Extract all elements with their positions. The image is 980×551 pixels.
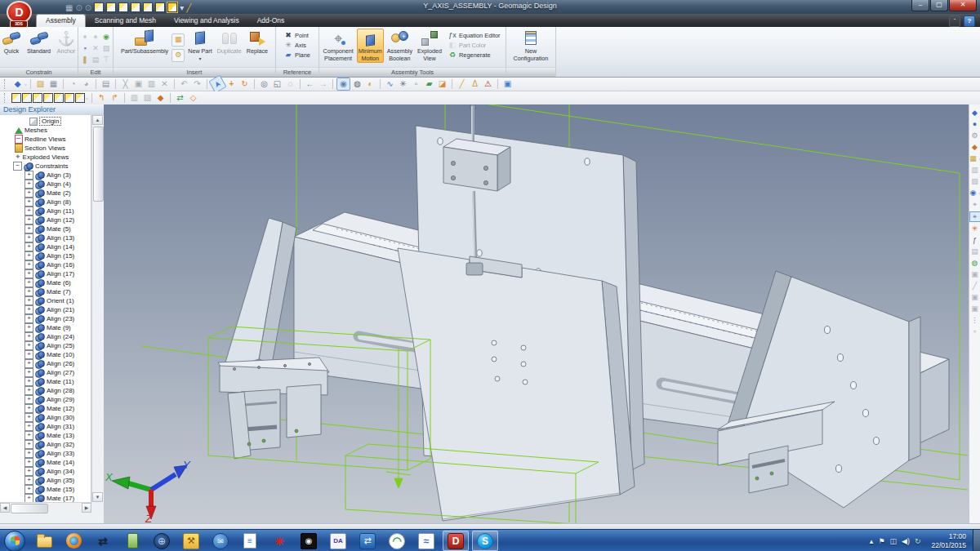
section-views-node[interactable]: Section Views [0,144,91,153]
align-12-node[interactable]: +Align (12) [0,216,91,224]
toolbar-grip[interactable] [4,93,7,103]
save-icon[interactable]: ▦ [47,78,60,90]
origin-node[interactable]: Origin [0,117,91,126]
mate-11-node[interactable]: +Mate (11) [0,377,91,386]
roll-right-icon[interactable]: ↱ [109,92,121,104]
roll-left-icon[interactable]: ↰ [96,92,108,104]
expand-icon[interactable]: + [24,368,33,377]
mate-12-node[interactable]: +Mate (12) [0,404,91,413]
align-15-node[interactable]: +Align (15) [0,251,91,260]
skype[interactable]: S [472,531,498,551]
file-transfer[interactable]: ⇄ [90,531,116,551]
minimum-motion-button[interactable]: Minimum Motion [357,29,384,63]
edit-tool-1-icon[interactable]: ● [80,32,90,42]
pattern[interactable]: ▦▾ [969,154,980,163]
mate-2-node[interactable]: +Mate (2) [0,189,91,198]
expand-icon[interactable]: + [24,332,33,341]
assembly-boolean-icon[interactable]: ◍ [970,259,980,268]
view-cube-right-icon[interactable] [54,93,64,103]
expand-icon[interactable]: + [24,413,33,422]
lighting-icon[interactable]: ◐ [364,78,376,90]
expand-icon[interactable]: + [24,216,33,224]
view-prev-icon[interactable]: ◔ [67,78,79,90]
work-plane-icon[interactable]: ▰ [423,78,435,90]
taskbar-clock[interactable]: 17:00 22/01/2015 [931,532,966,549]
expand-icon[interactable]: + [24,350,33,359]
pending-regen-icon[interactable]: ◇ [187,92,199,104]
select-icon[interactable]: ➤ [208,75,226,94]
view-current-icon[interactable] [167,2,177,12]
start-button[interactable] [2,531,28,551]
fasteners-icon[interactable]: ▥ [128,92,140,104]
undo-icon[interactable]: ↶ [178,78,190,90]
redo-icon[interactable]: ↷ [191,78,203,90]
expand-icon[interactable]: + [24,269,33,278]
expand-icon[interactable]: + [24,377,33,386]
thunderbird[interactable]: ✉ [207,531,234,551]
zoom-in-icon[interactable]: ◎ [258,78,270,90]
view-cube-left-icon[interactable] [43,93,53,103]
pattern-grid-icon[interactable]: ▦ [172,33,185,47]
redo-icon[interactable]: ⊙ [85,3,91,12]
align-14-node[interactable]: +Align (14) [0,242,91,251]
zoom-window-icon[interactable]: ◱ [271,78,283,90]
windows-update-icon[interactable]: ↻ [915,537,921,545]
expand-icon[interactable]: + [24,485,33,494]
previous-view-icon[interactable]: ← [304,78,316,90]
teamviewer[interactable]: ⇄ [354,531,381,551]
constrain[interactable]: ◉▾ [969,189,980,198]
align-35-node[interactable]: +Align (35) [0,476,91,485]
minimize-button[interactable]: – [911,0,929,11]
next-view-icon[interactable]: → [317,78,329,90]
align-25-node[interactable]: +Align (25) [0,341,91,350]
expand-icon[interactable]: + [24,395,33,404]
viewport-3d[interactable]: X Y Z [104,104,969,523]
expand-icon[interactable]: + [24,189,33,198]
edit-tool-9-icon[interactable]: ⊤ [101,55,111,65]
spline-icon[interactable]: ∿ [384,78,396,90]
insert-part[interactable]: ◆▾ [11,78,27,90]
expand-icon[interactable]: + [24,296,33,305]
help-icon[interactable]: ? [964,16,975,27]
mate-10-node[interactable]: +Mate (10) [0,350,91,359]
expand-icon[interactable]: + [24,449,33,458]
section-icon[interactable]: ◪ [436,78,448,90]
mate-13-node[interactable]: +Mate (13) [0,431,91,440]
red-splat-app[interactable]: ✳ [266,531,292,551]
mass-properties-icon[interactable]: Δ [469,78,481,90]
web-globe[interactable]: ⊕ [149,531,175,551]
mate-17-node[interactable]: +Mate (17) [0,494,91,502]
expand-icon[interactable]: + [24,341,33,350]
green-swirl-app[interactable]: ◠ [384,531,410,551]
view-left-icon[interactable] [131,2,140,12]
view-cube-back-icon[interactable] [33,93,42,103]
expand-icon[interactable]: + [24,359,33,368]
view-cube-bottom[interactable]: ▾ [75,93,88,103]
constraints-node[interactable]: −Constraints [0,162,91,171]
scroll-up-icon[interactable]: ▲ [92,115,103,125]
minimum-motion-icon[interactable]: ⌖ [969,211,980,222]
view-back-icon[interactable] [118,2,128,12]
tree-horizontal-scrollbar[interactable]: ◀ ▶ [0,502,91,513]
expand-icon[interactable]: + [24,314,33,323]
align-33-node[interactable]: +Align (33) [0,449,91,458]
point-button[interactable]: ✖Point [284,31,310,39]
edit-tool-4-icon[interactable]: ▪ [80,43,90,54]
insert-part-dropdown-icon[interactable]: ▾ [24,82,27,87]
exploded-view-button[interactable]: Exploded View [416,29,443,63]
app-menu-button[interactable]: D 3DS [7,1,31,26]
align-21-node[interactable]: +Align (21) [0,305,91,314]
fastener-edit-icon[interactable]: ▨ [141,92,154,104]
small-tool-icon[interactable]: ▫ [970,327,980,336]
expand-icon[interactable]: + [24,242,33,251]
tab-scanning-and-mesh[interactable]: Scanning and Mesh [86,14,165,27]
expand-icon[interactable]: + [24,323,33,332]
expand-icon[interactable]: + [24,207,33,216]
tab-viewing-and-analysis[interactable]: Viewing and Analysis [165,14,248,27]
maximize-button[interactable]: ▢ [930,0,948,11]
view-top-icon[interactable] [155,2,165,12]
replace-button[interactable]: Replace [245,29,270,56]
rotate-view-icon[interactable]: ↻ [238,78,251,90]
cut-icon[interactable]: ╳ [119,78,131,90]
collapse-icon[interactable]: − [13,162,22,171]
